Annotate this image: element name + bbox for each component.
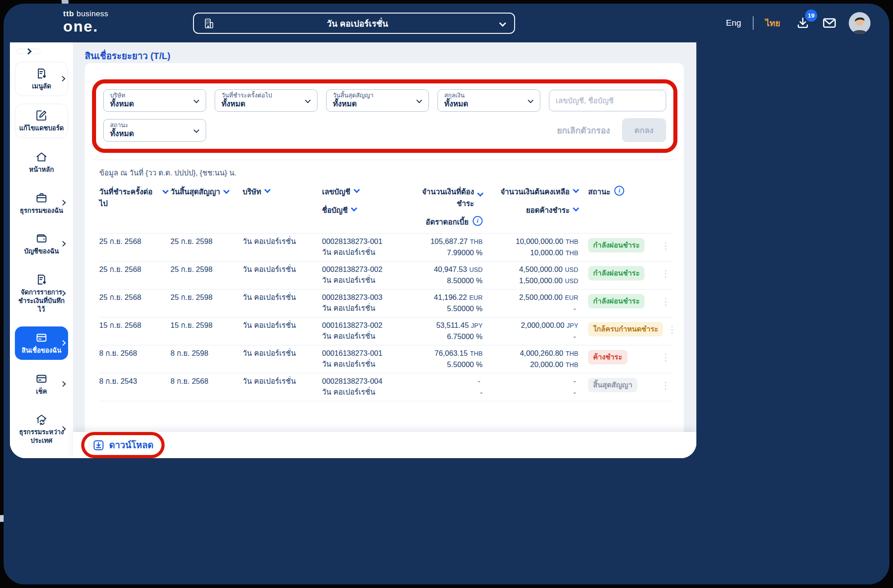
column-header-label: บริษัท — [243, 186, 261, 198]
column-header-label: เลขบัญชี — [322, 186, 350, 198]
sort-chevron-icon[interactable] — [162, 188, 169, 194]
filter-status-dropdown[interactable]: สถานะ ทั้งหมด — [103, 119, 206, 142]
status-badge: สิ้นสุดสัญญา — [588, 378, 637, 392]
column-header-account-name[interactable]: ชื่อบัญชี — [322, 204, 403, 216]
home-icon — [35, 151, 48, 163]
clear-filters-button[interactable]: ยกเลิกตัวกรอง — [557, 124, 610, 137]
loans-table: วันที่ชำระครั้งต่อไป วันสิ้นสุดสัญญา บริ… — [99, 186, 672, 401]
company-selector[interactable]: วัน คอเปอร์เรชั่น — [193, 13, 515, 34]
row-menu-button[interactable]: ⋮ — [666, 320, 678, 335]
currency-code: THB — [470, 350, 483, 357]
column-header-account-no[interactable]: เลขบัญชี — [322, 186, 403, 198]
sort-chevron-icon[interactable] — [573, 205, 579, 211]
column-header-company[interactable]: บริษัท — [243, 186, 319, 228]
sidebar-item-edit-dashboard[interactable]: แก้ไขแดชบอร์ด — [15, 104, 68, 138]
sort-chevron-icon[interactable] — [477, 190, 483, 197]
outstanding-value: 1,500,000.00 — [519, 276, 562, 285]
sidebar-item-ctf[interactable]: CTF — [15, 458, 68, 458]
filter-actions: ยกเลิกตัวกรอง ตกลง — [557, 118, 666, 142]
account-name: วัน คอเปอร์เรชั่น — [322, 358, 403, 369]
account-no: 00016138273-001 — [322, 348, 403, 358]
filter-next-payment-dropdown[interactable]: วันที่ชำระครั้งต่อไป ทั้งหมด — [215, 89, 318, 112]
cell-contract-end: 25 ก.ย. 2598 — [170, 292, 240, 303]
sidebar-item-home[interactable]: หน้าหลัก — [15, 146, 68, 179]
mail-button[interactable] — [822, 15, 837, 31]
column-header-amount-due[interactable]: จำนวนเงินที่ต้องชำระ — [406, 186, 483, 209]
row-menu-button[interactable]: ⋮ — [659, 236, 672, 251]
table-row[interactable]: 25 ก.ย. 2568 25 ก.ย. 2598 วัน คอเปอร์เรช… — [99, 289, 672, 317]
user-avatar[interactable] — [849, 12, 870, 34]
apply-filters-button[interactable]: ตกลง — [622, 118, 666, 142]
row-menu-button[interactable]: ⋮ — [659, 348, 672, 363]
account-name: วัน คอเปอร์เรชั่น — [322, 275, 403, 285]
status-badge: ค้างชำระ — [588, 350, 627, 364]
table-row[interactable]: 8 ก.ย. 2543 8 ก.ย. 2568 วัน คอเปอร์เรชั่… — [99, 373, 672, 401]
info-icon[interactable]: i — [614, 186, 624, 196]
filter-value: ทั้งหมด — [333, 99, 412, 109]
logo-business-text: business — [77, 9, 108, 18]
edit-icon — [35, 109, 48, 122]
table-row[interactable]: 25 ก.ย. 2568 25 ก.ย. 2598 วัน คอเปอร์เรช… — [99, 233, 672, 261]
table-row[interactable]: 25 ก.ย. 2568 25 ก.ย. 2598 วัน คอเปอร์เรช… — [99, 261, 672, 289]
account-no: 00028138273-004 — [322, 376, 403, 386]
sidebar-item-saved-payments[interactable]: จัดการรายการชำระเงินที่บันทึกไว้ — [15, 268, 68, 319]
sidebar-item-label: หน้าหลัก — [29, 165, 54, 174]
row-menu-button[interactable]: ⋮ — [659, 264, 672, 279]
cell-amount: 76,063.15THB5.50000 % — [406, 348, 483, 370]
filter-company-dropdown[interactable]: บริษัท ทั้งหมด — [103, 89, 206, 112]
sort-chevron-icon[interactable] — [223, 188, 230, 194]
column-header-next-payment[interactable]: วันที่ชำระครั้งต่อไป — [99, 186, 168, 228]
filter-label: สถานะ — [110, 122, 189, 129]
sort-chevron-icon[interactable] — [573, 187, 579, 193]
sort-chevron-icon[interactable] — [264, 187, 271, 193]
currency-code: EUR — [565, 294, 578, 301]
column-header-contract-end[interactable]: วันสิ้นสุดสัญญา — [170, 186, 240, 228]
column-header-label: วันที่ชำระครั้งต่อไป — [99, 186, 159, 209]
sort-chevron-icon[interactable] — [354, 187, 360, 193]
column-header-interest-rate[interactable]: อัตราดอกเบี้ย i — [406, 216, 483, 228]
filter-value: ทั้งหมด — [221, 99, 301, 109]
cell-next-payment: 8 ก.ย. 2568 — [99, 348, 168, 358]
download-button[interactable]: ดาวน์โหลด — [88, 437, 158, 453]
sidebar-expand-button[interactable] — [16, 49, 41, 54]
currency-code: EUR — [469, 294, 483, 301]
cell-contract-end: 8 ก.ย. 2598 — [170, 348, 240, 358]
cell-contract-end: 25 ก.ย. 2598 — [170, 236, 240, 247]
language-thai-button[interactable]: ไทย — [765, 16, 780, 30]
sidebar-item-international[interactable]: ธุรกรรมระหว่างประเทศ — [15, 408, 68, 450]
column-header-overdue[interactable]: ยอดค้างชำระ — [485, 204, 578, 216]
sidebar-item-my-transactions[interactable]: ธุรกรรมของฉัน — [15, 187, 68, 220]
sidebar-item-my-loans[interactable]: สินเชื่อของฉัน — [15, 326, 68, 360]
cell-status: สิ้นสุดสัญญา — [581, 376, 657, 392]
sidebar-item-my-accounts[interactable]: บัญชีของฉัน — [15, 227, 68, 261]
table-header-row: วันที่ชำระครั้งต่อไป วันสิ้นสุดสัญญา บริ… — [99, 186, 672, 233]
table-row[interactable]: 15 ก.ย. 2568 15 ก.ย. 2598 วัน คอเปอร์เรช… — [99, 317, 672, 345]
chevron-right-icon — [60, 381, 66, 387]
row-menu-button[interactable]: ⋮ — [659, 292, 672, 307]
cell-contract-end: 8 ก.ย. 2568 — [170, 376, 240, 386]
table-row[interactable]: 8 ก.ย. 2568 8 ก.ย. 2598 วัน คอเปอร์เรชั่… — [99, 345, 672, 373]
filter-label: สกุลเงิน — [444, 92, 524, 99]
language-english-button[interactable]: Eng — [726, 18, 741, 28]
sidebar-item-cheque[interactable]: เช็ค — [15, 368, 68, 401]
info-icon[interactable]: i — [473, 216, 483, 226]
content-card: เมนูลัด แก้ไขแดชบอร์ด หน้าหลัก — [10, 42, 696, 458]
filter-contract-end-dropdown[interactable]: วันสิ้นสุดสัญญา ทั้งหมด — [326, 89, 429, 112]
sort-chevron-icon[interactable] — [351, 205, 357, 211]
filter-currency-dropdown[interactable]: สกุลเงิน ทั้งหมด — [437, 89, 540, 112]
cell-next-payment: 8 ก.ย. 2543 — [99, 376, 168, 386]
row-menu-button[interactable]: ⋮ — [659, 376, 672, 391]
cell-company: วัน คอเปอร์เรชั่น — [243, 264, 319, 275]
cell-account: 00028138273-002วัน คอเปอร์เรชั่น — [322, 264, 403, 285]
account-search-input[interactable] — [549, 90, 666, 111]
cell-next-payment: 15 ก.ย. 2568 — [99, 320, 168, 331]
principal-value: 2,500,000.00 — [519, 293, 562, 301]
column-header-status[interactable]: สถานะ i — [581, 186, 657, 228]
status-badge: กำลังผ่อนชำระ — [588, 266, 644, 280]
cell-contract-end: 25 ก.ย. 2598 — [170, 264, 240, 275]
downloads-button[interactable]: 19 — [796, 16, 810, 30]
cell-company: วัน คอเปอร์เรชั่น — [243, 348, 319, 358]
column-header-principal-remaining[interactable]: จำนวนเงินต้นคงเหลือ — [485, 186, 578, 198]
sidebar-item-shortcut-menu[interactable]: เมนูลัด — [15, 62, 68, 96]
amount-value: - — [478, 377, 481, 385]
